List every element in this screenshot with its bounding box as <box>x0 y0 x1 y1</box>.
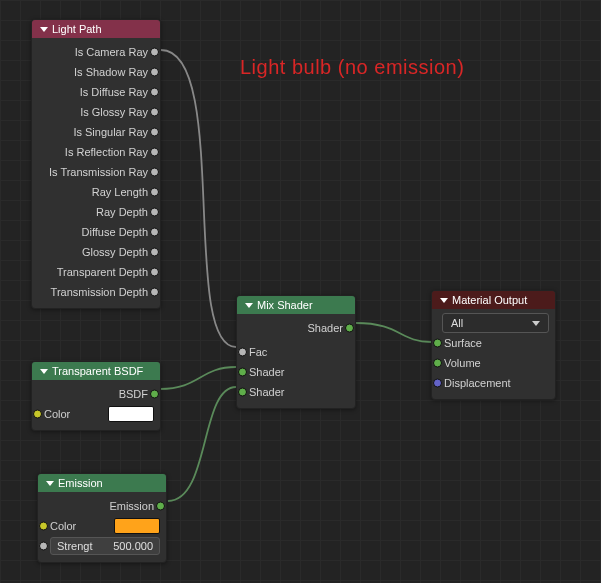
output-label: Transmission Depth <box>51 286 148 298</box>
output-label: Shader <box>308 322 343 334</box>
output-label: Is Diffuse Ray <box>80 86 148 98</box>
input-socket[interactable] <box>433 359 442 368</box>
output-socket[interactable] <box>150 108 159 117</box>
output-socket[interactable] <box>150 88 159 97</box>
output-label: Is Reflection Ray <box>65 146 148 158</box>
output-socket[interactable] <box>156 502 165 511</box>
collapse-icon <box>46 481 54 486</box>
color-swatch[interactable] <box>108 406 154 422</box>
output-socket[interactable] <box>150 188 159 197</box>
output-socket[interactable] <box>150 208 159 217</box>
output-socket[interactable] <box>150 288 159 297</box>
input-socket[interactable] <box>433 379 442 388</box>
output-socket[interactable] <box>150 390 159 399</box>
input-socket[interactable] <box>238 348 247 357</box>
output-socket[interactable] <box>345 324 354 333</box>
output-label: Is Camera Ray <box>75 46 148 58</box>
collapse-icon <box>40 27 48 32</box>
input-label: Color <box>44 408 70 420</box>
input-label: Displacement <box>444 377 511 389</box>
node-material-output[interactable]: Material Output All Surface Volume Displ… <box>431 290 556 400</box>
annotation-text: Light bulb (no emission) <box>240 56 464 79</box>
output-label: Diffuse Depth <box>82 226 148 238</box>
collapse-icon <box>245 303 253 308</box>
output-label: Is Transmission Ray <box>49 166 148 178</box>
node-header[interactable]: Light Path <box>32 20 160 38</box>
node-emission[interactable]: Emission Emission Color Strengt 500.000 <box>37 473 167 563</box>
node-transparent-bsdf[interactable]: Transparent BSDF BSDF Color <box>31 361 161 431</box>
node-title: Material Output <box>452 294 527 306</box>
output-label: Ray Depth <box>96 206 148 218</box>
input-socket[interactable] <box>238 388 247 397</box>
output-socket[interactable] <box>150 168 159 177</box>
input-socket[interactable] <box>238 368 247 377</box>
output-label: Is Shadow Ray <box>74 66 148 78</box>
input-label: Surface <box>444 337 482 349</box>
output-label: Is Singular Ray <box>73 126 148 138</box>
input-label: Color <box>50 520 76 532</box>
node-title: Transparent BSDF <box>52 365 143 377</box>
input-label: Shader <box>249 386 284 398</box>
input-socket[interactable] <box>39 542 48 551</box>
output-socket[interactable] <box>150 268 159 277</box>
node-header[interactable]: Material Output <box>432 291 555 309</box>
output-label: Glossy Depth <box>82 246 148 258</box>
target-select[interactable]: All <box>442 313 549 333</box>
node-mix-shader[interactable]: Mix Shader Shader Fac Shader Shader <box>236 295 356 409</box>
node-header[interactable]: Transparent BSDF <box>32 362 160 380</box>
node-title: Light Path <box>52 23 102 35</box>
input-label: Fac <box>249 346 267 358</box>
node-light-path[interactable]: Light Path Is Camera Ray Is Shadow Ray I… <box>31 19 161 309</box>
output-label: Ray Length <box>92 186 148 198</box>
output-socket[interactable] <box>150 248 159 257</box>
output-socket[interactable] <box>150 228 159 237</box>
node-title: Mix Shader <box>257 299 313 311</box>
select-value: All <box>451 317 463 329</box>
input-socket[interactable] <box>39 522 48 531</box>
output-label: Is Glossy Ray <box>80 106 148 118</box>
output-socket[interactable] <box>150 48 159 57</box>
chevron-down-icon <box>532 321 540 326</box>
input-label: Shader <box>249 366 284 378</box>
output-label: Emission <box>109 500 154 512</box>
node-title: Emission <box>58 477 103 489</box>
output-socket[interactable] <box>150 128 159 137</box>
input-socket[interactable] <box>33 410 42 419</box>
output-socket[interactable] <box>150 148 159 157</box>
color-swatch[interactable] <box>114 518 160 534</box>
output-label: BSDF <box>119 388 148 400</box>
field-label: Strengt <box>57 540 92 552</box>
input-socket[interactable] <box>433 339 442 348</box>
output-label: Transparent Depth <box>57 266 148 278</box>
collapse-icon <box>440 298 448 303</box>
strength-field[interactable]: Strengt 500.000 <box>50 537 160 555</box>
collapse-icon <box>40 369 48 374</box>
output-socket[interactable] <box>150 68 159 77</box>
input-label: Volume <box>444 357 481 369</box>
node-header[interactable]: Mix Shader <box>237 296 355 314</box>
field-value: 500.000 <box>113 540 153 552</box>
node-header[interactable]: Emission <box>38 474 166 492</box>
